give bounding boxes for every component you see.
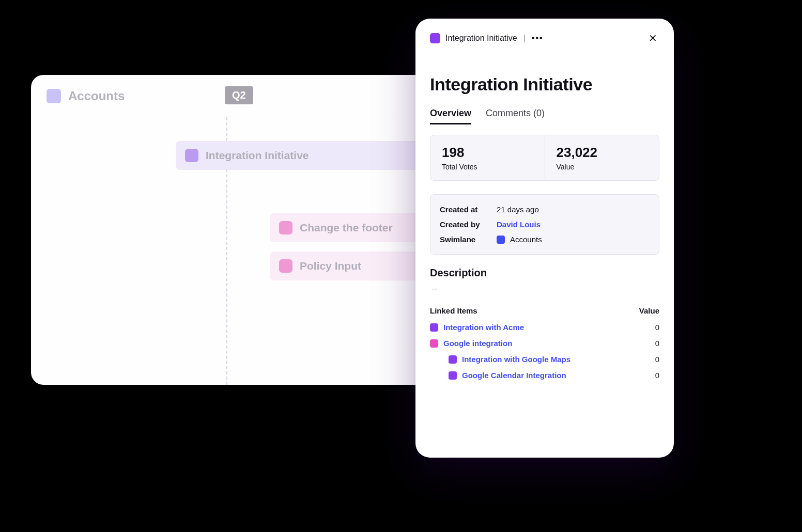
panel-title: Integration Initiative [430,74,659,95]
linked-item-value: 0 [644,339,659,348]
linked-items-header: Linked Items Value [430,306,659,315]
stat-value: 23,022 Value [545,135,659,180]
bar-label: Policy Input [300,260,361,272]
stat-value: 23,022 [557,145,648,161]
breadcrumb-title[interactable]: Integration Initiative [445,34,517,43]
description-body[interactable]: -- [430,284,659,293]
stat-label: Value [557,163,648,171]
linked-item-value: 0 [644,323,659,332]
linked-item-color-swatch [449,355,457,364]
bar-color-swatch [279,221,292,234]
linked-items-value-heading: Value [639,306,659,315]
more-icon[interactable]: ••• [532,34,544,43]
meta-value: Accounts [510,235,542,244]
swimlane-color-swatch [497,236,505,244]
timeline-body: Integration Initiative ••• Change the fo… [31,117,460,385]
bar-label: Change the footer [300,222,393,234]
meta-value: 21 days ago [497,205,539,214]
close-icon[interactable]: ✕ [646,30,659,46]
swimlane-title: Accounts [68,89,125,103]
panel-header: Integration Initiative | ••• ✕ [430,30,659,46]
stats-row: 198 Total Votes 23,022 Value [430,135,659,181]
detail-panel: Integration Initiative | ••• ✕ Integrati… [415,19,674,458]
stat-total-votes: 198 Total Votes [430,135,545,180]
meta-row-created-at: Created at 21 days ago [440,202,650,217]
linked-item-color-swatch [430,339,438,348]
bar-color-swatch [185,149,198,162]
description-heading: Description [430,267,659,279]
bar-label: Integration Initiative [206,149,309,162]
linked-item[interactable]: Google integration 0 [430,335,659,351]
linked-item-color-swatch [449,371,457,380]
linked-item-name: Integration with Acme [443,323,639,332]
linked-items-list: Integration with Acme 0 Google integrati… [430,319,659,383]
linked-item-name: Google Calendar Integration [462,371,639,380]
timeline-card: Accounts Q2 Integration Initiative ••• C… [31,75,460,385]
meta-box: Created at 21 days ago Created by David … [430,194,659,255]
bar-color-swatch [279,259,292,273]
swimlane-color-swatch [47,89,61,103]
meta-value-user-link[interactable]: David Louis [497,220,541,229]
quarter-marker: Q2 [225,86,253,104]
linked-item-name: Google integration [443,339,639,348]
meta-row-swimlane: Swimlane Accounts [440,232,650,247]
panel-tabs: Overview Comments (0) [430,108,659,124]
meta-key: Created at [440,205,491,214]
linked-items-heading: Linked Items [430,306,477,315]
linked-item-value: 0 [644,355,659,364]
linked-item-value: 0 [644,371,659,380]
meta-key: Created by [440,220,491,229]
tab-comments[interactable]: Comments (0) [486,108,545,124]
meta-row-created-by: Created by David Louis [440,217,650,232]
meta-key: Swimlane [440,235,491,244]
breadcrumb-separator: | [523,34,526,43]
linked-item[interactable]: Integration with Acme 0 [430,319,659,335]
timeline-bar-integration-initiative[interactable]: Integration Initiative ••• [176,141,444,170]
linked-item-name: Integration with Google Maps [462,355,639,364]
linked-item-child[interactable]: Integration with Google Maps 0 [430,351,659,367]
stat-label: Total Votes [442,163,533,171]
linked-item-color-swatch [430,323,438,332]
tab-overview[interactable]: Overview [430,108,471,124]
stat-value: 198 [442,145,533,161]
timeline-header: Accounts Q2 [31,75,460,117]
breadcrumb-color-swatch [430,33,440,43]
linked-item-child[interactable]: Google Calendar Integration 0 [430,367,659,383]
